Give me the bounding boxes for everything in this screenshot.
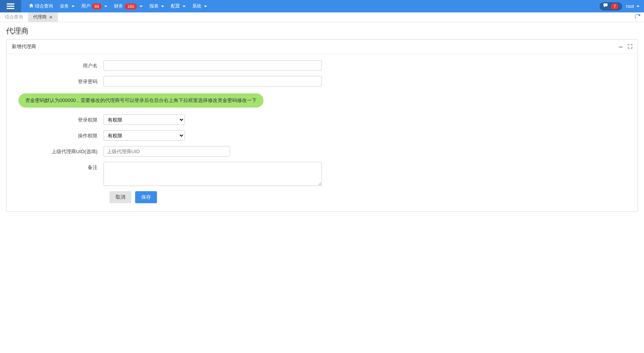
row-username: 用户名 bbox=[13, 60, 631, 71]
parent-uid-input[interactable] bbox=[104, 146, 230, 157]
refresh-button[interactable] bbox=[635, 14, 640, 20]
expand-button[interactable] bbox=[628, 44, 632, 50]
nav-item-user[interactable]: 用户 69 bbox=[78, 0, 111, 12]
login-perm-label: 登录权限 bbox=[13, 114, 104, 123]
chat-button[interactable]: 7 bbox=[600, 2, 622, 11]
panel-title: 新增代理商 bbox=[12, 43, 36, 50]
row-remark: 备注 bbox=[13, 162, 631, 186]
caret-down-icon bbox=[636, 6, 639, 7]
nav-label: 业务 bbox=[60, 3, 69, 9]
home-icon bbox=[29, 3, 33, 9]
panel-body: 用户名 登录密码 资金密码默认为000000，需要修改的代理商号可以登录后在后台… bbox=[6, 54, 638, 211]
tab-dashboard[interactable]: 综合查询 bbox=[0, 12, 28, 22]
nav-item-report[interactable]: 报表 bbox=[146, 0, 167, 12]
nav-label: 财务 bbox=[114, 3, 123, 9]
username-label: 用户名 bbox=[13, 60, 104, 69]
nav-items: 综合查询 业务 用户 69 财务 160 报表 配置 系统 bbox=[21, 0, 210, 12]
panel-new-agent: 新增代理商 用户名 登录密码 资金密码默认为000000，需要修改的代理商号可以… bbox=[6, 39, 638, 212]
fund-password-alert: 资金密码默认为000000，需要修改的代理商号可以登录后在后台右上角下拉框里选择… bbox=[18, 93, 263, 108]
tab-label: 代理商 bbox=[33, 14, 47, 20]
user-menu[interactable]: root bbox=[626, 4, 639, 9]
caret-down-icon bbox=[140, 6, 143, 7]
caret-down-icon bbox=[183, 6, 186, 7]
caret-down-icon bbox=[104, 6, 107, 7]
nav-item-config[interactable]: 配置 bbox=[167, 0, 189, 12]
top-navbar: 综合查询 业务 用户 69 财务 160 报表 配置 系统 bbox=[0, 0, 644, 12]
nav-right: 7 root bbox=[600, 2, 644, 11]
panel-header: 新增代理商 bbox=[6, 40, 638, 54]
row-oper-perm: 操作权限 有权限 bbox=[13, 130, 631, 141]
parent-uid-label: 上级代理商UID(选填) bbox=[13, 146, 104, 155]
nav-item-system[interactable]: 系统 bbox=[189, 0, 210, 12]
chat-badge: 7 bbox=[611, 3, 618, 9]
page-title: 代理商 bbox=[0, 22, 644, 39]
nav-label: 配置 bbox=[171, 3, 180, 9]
minus-icon bbox=[619, 47, 623, 47]
nav-label: 用户 bbox=[81, 3, 90, 9]
caret-down-icon bbox=[72, 6, 75, 7]
nav-label: 报表 bbox=[149, 3, 158, 9]
chat-icon bbox=[603, 3, 609, 9]
panel-tools bbox=[619, 44, 632, 50]
nav-item-business[interactable]: 业务 bbox=[56, 0, 78, 12]
username-input[interactable] bbox=[104, 60, 322, 71]
caret-down-icon bbox=[204, 6, 207, 7]
nav-label: 系统 bbox=[192, 3, 201, 9]
remark-textarea[interactable] bbox=[104, 162, 322, 186]
tab-label: 综合查询 bbox=[5, 14, 23, 20]
remark-label: 备注 bbox=[13, 162, 104, 171]
nav-badge: 69 bbox=[92, 3, 102, 9]
collapse-button[interactable] bbox=[619, 44, 623, 50]
expand-icon bbox=[628, 44, 632, 49]
nav-home-label: 综合查询 bbox=[35, 3, 53, 9]
row-password: 登录密码 bbox=[13, 76, 631, 87]
oper-perm-select[interactable]: 有权限 bbox=[104, 130, 185, 141]
save-button[interactable]: 保存 bbox=[135, 191, 157, 203]
nav-item-finance[interactable]: 财务 160 bbox=[111, 0, 146, 12]
oper-perm-label: 操作权限 bbox=[13, 130, 104, 139]
password-input[interactable] bbox=[104, 76, 322, 87]
close-icon[interactable]: ✕ bbox=[49, 15, 53, 20]
menu-toggle-button[interactable] bbox=[0, 0, 21, 12]
nav-badge: 160 bbox=[125, 3, 137, 9]
cancel-button[interactable]: 取消 bbox=[110, 191, 131, 203]
row-parent-uid: 上级代理商UID(选填) bbox=[13, 146, 631, 157]
button-row: 取消 保存 bbox=[104, 191, 631, 203]
tab-agent[interactable]: 代理商 ✕ bbox=[28, 12, 58, 22]
nav-home[interactable]: 综合查询 bbox=[26, 0, 56, 12]
password-label: 登录密码 bbox=[13, 76, 104, 85]
user-label: root bbox=[626, 4, 634, 9]
tabs-row: 综合查询 代理商 ✕ bbox=[0, 12, 644, 22]
login-perm-select[interactable]: 有权限 bbox=[104, 114, 185, 125]
row-login-perm: 登录权限 有权限 bbox=[13, 114, 631, 125]
caret-down-icon bbox=[161, 6, 164, 7]
